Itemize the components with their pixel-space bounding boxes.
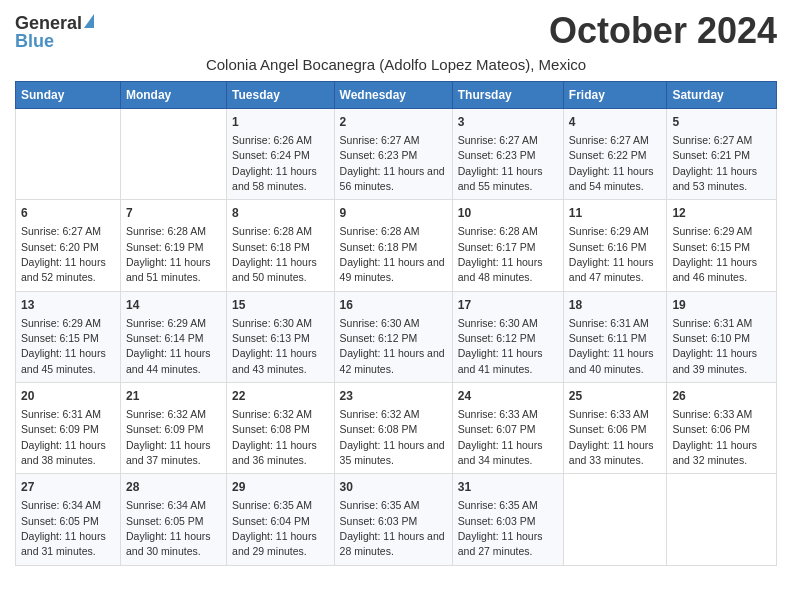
day-number: 17 [458, 297, 558, 314]
calendar-header-cell: Sunday [16, 82, 121, 109]
calendar-week-row: 20Sunrise: 6:31 AM Sunset: 6:09 PM Dayli… [16, 383, 777, 474]
logo-general-text: General [15, 14, 82, 32]
month-title: October 2024 [549, 10, 777, 52]
calendar-header-cell: Friday [563, 82, 667, 109]
day-number: 14 [126, 297, 221, 314]
day-info: Sunrise: 6:26 AM Sunset: 6:24 PM Dayligh… [232, 134, 317, 192]
day-info: Sunrise: 6:27 AM Sunset: 6:21 PM Dayligh… [672, 134, 757, 192]
day-number: 3 [458, 114, 558, 131]
calendar-day-cell: 28Sunrise: 6:34 AM Sunset: 6:05 PM Dayli… [120, 474, 226, 565]
calendar-day-cell: 14Sunrise: 6:29 AM Sunset: 6:14 PM Dayli… [120, 291, 226, 382]
calendar-day-cell: 30Sunrise: 6:35 AM Sunset: 6:03 PM Dayli… [334, 474, 452, 565]
calendar-week-row: 6Sunrise: 6:27 AM Sunset: 6:20 PM Daylig… [16, 200, 777, 291]
calendar-day-cell: 17Sunrise: 6:30 AM Sunset: 6:12 PM Dayli… [452, 291, 563, 382]
day-info: Sunrise: 6:27 AM Sunset: 6:20 PM Dayligh… [21, 225, 106, 283]
calendar-day-cell: 27Sunrise: 6:34 AM Sunset: 6:05 PM Dayli… [16, 474, 121, 565]
day-info: Sunrise: 6:27 AM Sunset: 6:23 PM Dayligh… [340, 134, 445, 192]
day-number: 22 [232, 388, 329, 405]
day-number: 25 [569, 388, 662, 405]
calendar-header-cell: Thursday [452, 82, 563, 109]
calendar-day-cell: 18Sunrise: 6:31 AM Sunset: 6:11 PM Dayli… [563, 291, 667, 382]
day-info: Sunrise: 6:30 AM Sunset: 6:12 PM Dayligh… [458, 317, 543, 375]
calendar-day-cell: 12Sunrise: 6:29 AM Sunset: 6:15 PM Dayli… [667, 200, 777, 291]
day-number: 15 [232, 297, 329, 314]
calendar-day-cell: 9Sunrise: 6:28 AM Sunset: 6:18 PM Daylig… [334, 200, 452, 291]
day-number: 19 [672, 297, 771, 314]
calendar-day-cell: 10Sunrise: 6:28 AM Sunset: 6:17 PM Dayli… [452, 200, 563, 291]
day-info: Sunrise: 6:29 AM Sunset: 6:15 PM Dayligh… [672, 225, 757, 283]
calendar-day-cell: 4Sunrise: 6:27 AM Sunset: 6:22 PM Daylig… [563, 109, 667, 200]
day-info: Sunrise: 6:32 AM Sunset: 6:09 PM Dayligh… [126, 408, 211, 466]
calendar-body: 1Sunrise: 6:26 AM Sunset: 6:24 PM Daylig… [16, 109, 777, 566]
calendar-day-cell [120, 109, 226, 200]
calendar-day-cell: 21Sunrise: 6:32 AM Sunset: 6:09 PM Dayli… [120, 383, 226, 474]
day-info: Sunrise: 6:34 AM Sunset: 6:05 PM Dayligh… [126, 499, 211, 557]
calendar-day-cell: 29Sunrise: 6:35 AM Sunset: 6:04 PM Dayli… [227, 474, 335, 565]
day-number: 13 [21, 297, 115, 314]
calendar-day-cell: 16Sunrise: 6:30 AM Sunset: 6:12 PM Dayli… [334, 291, 452, 382]
day-number: 12 [672, 205, 771, 222]
calendar-day-cell: 5Sunrise: 6:27 AM Sunset: 6:21 PM Daylig… [667, 109, 777, 200]
day-info: Sunrise: 6:30 AM Sunset: 6:12 PM Dayligh… [340, 317, 445, 375]
calendar-day-cell [667, 474, 777, 565]
day-info: Sunrise: 6:31 AM Sunset: 6:09 PM Dayligh… [21, 408, 106, 466]
day-number: 18 [569, 297, 662, 314]
day-info: Sunrise: 6:33 AM Sunset: 6:06 PM Dayligh… [569, 408, 654, 466]
calendar-header-cell: Wednesday [334, 82, 452, 109]
calendar-header-cell: Saturday [667, 82, 777, 109]
day-number: 28 [126, 479, 221, 496]
calendar-week-row: 27Sunrise: 6:34 AM Sunset: 6:05 PM Dayli… [16, 474, 777, 565]
calendar-day-cell [16, 109, 121, 200]
day-info: Sunrise: 6:28 AM Sunset: 6:19 PM Dayligh… [126, 225, 211, 283]
header: General Blue October 2024 [15, 10, 777, 52]
day-number: 23 [340, 388, 447, 405]
calendar-day-cell: 2Sunrise: 6:27 AM Sunset: 6:23 PM Daylig… [334, 109, 452, 200]
day-info: Sunrise: 6:35 AM Sunset: 6:04 PM Dayligh… [232, 499, 317, 557]
day-info: Sunrise: 6:29 AM Sunset: 6:16 PM Dayligh… [569, 225, 654, 283]
day-number: 9 [340, 205, 447, 222]
day-number: 26 [672, 388, 771, 405]
calendar-day-cell: 24Sunrise: 6:33 AM Sunset: 6:07 PM Dayli… [452, 383, 563, 474]
day-number: 6 [21, 205, 115, 222]
day-number: 29 [232, 479, 329, 496]
logo-triangle-icon [84, 14, 94, 28]
calendar-day-cell: 11Sunrise: 6:29 AM Sunset: 6:16 PM Dayli… [563, 200, 667, 291]
day-info: Sunrise: 6:27 AM Sunset: 6:23 PM Dayligh… [458, 134, 543, 192]
calendar-header-row: SundayMondayTuesdayWednesdayThursdayFrid… [16, 82, 777, 109]
day-info: Sunrise: 6:28 AM Sunset: 6:18 PM Dayligh… [340, 225, 445, 283]
day-info: Sunrise: 6:31 AM Sunset: 6:11 PM Dayligh… [569, 317, 654, 375]
day-number: 10 [458, 205, 558, 222]
calendar-day-cell: 6Sunrise: 6:27 AM Sunset: 6:20 PM Daylig… [16, 200, 121, 291]
day-number: 30 [340, 479, 447, 496]
day-number: 4 [569, 114, 662, 131]
day-number: 27 [21, 479, 115, 496]
calendar-day-cell: 19Sunrise: 6:31 AM Sunset: 6:10 PM Dayli… [667, 291, 777, 382]
logo-blue-text: Blue [15, 32, 54, 50]
day-number: 31 [458, 479, 558, 496]
day-info: Sunrise: 6:28 AM Sunset: 6:17 PM Dayligh… [458, 225, 543, 283]
day-info: Sunrise: 6:30 AM Sunset: 6:13 PM Dayligh… [232, 317, 317, 375]
day-info: Sunrise: 6:31 AM Sunset: 6:10 PM Dayligh… [672, 317, 757, 375]
calendar-day-cell: 3Sunrise: 6:27 AM Sunset: 6:23 PM Daylig… [452, 109, 563, 200]
calendar-day-cell: 8Sunrise: 6:28 AM Sunset: 6:18 PM Daylig… [227, 200, 335, 291]
calendar-day-cell: 26Sunrise: 6:33 AM Sunset: 6:06 PM Dayli… [667, 383, 777, 474]
calendar-header-cell: Tuesday [227, 82, 335, 109]
day-number: 20 [21, 388, 115, 405]
day-info: Sunrise: 6:28 AM Sunset: 6:18 PM Dayligh… [232, 225, 317, 283]
calendar-header-cell: Monday [120, 82, 226, 109]
calendar-day-cell: 31Sunrise: 6:35 AM Sunset: 6:03 PM Dayli… [452, 474, 563, 565]
calendar-day-cell: 25Sunrise: 6:33 AM Sunset: 6:06 PM Dayli… [563, 383, 667, 474]
calendar-day-cell: 1Sunrise: 6:26 AM Sunset: 6:24 PM Daylig… [227, 109, 335, 200]
day-info: Sunrise: 6:34 AM Sunset: 6:05 PM Dayligh… [21, 499, 106, 557]
calendar-table: SundayMondayTuesdayWednesdayThursdayFrid… [15, 81, 777, 566]
day-info: Sunrise: 6:33 AM Sunset: 6:06 PM Dayligh… [672, 408, 757, 466]
day-number: 16 [340, 297, 447, 314]
day-number: 2 [340, 114, 447, 131]
calendar-day-cell [563, 474, 667, 565]
day-info: Sunrise: 6:32 AM Sunset: 6:08 PM Dayligh… [340, 408, 445, 466]
subtitle: Colonia Angel Bocanegra (Adolfo Lopez Ma… [15, 56, 777, 73]
calendar-day-cell: 23Sunrise: 6:32 AM Sunset: 6:08 PM Dayli… [334, 383, 452, 474]
day-number: 21 [126, 388, 221, 405]
calendar-week-row: 13Sunrise: 6:29 AM Sunset: 6:15 PM Dayli… [16, 291, 777, 382]
day-info: Sunrise: 6:35 AM Sunset: 6:03 PM Dayligh… [340, 499, 445, 557]
